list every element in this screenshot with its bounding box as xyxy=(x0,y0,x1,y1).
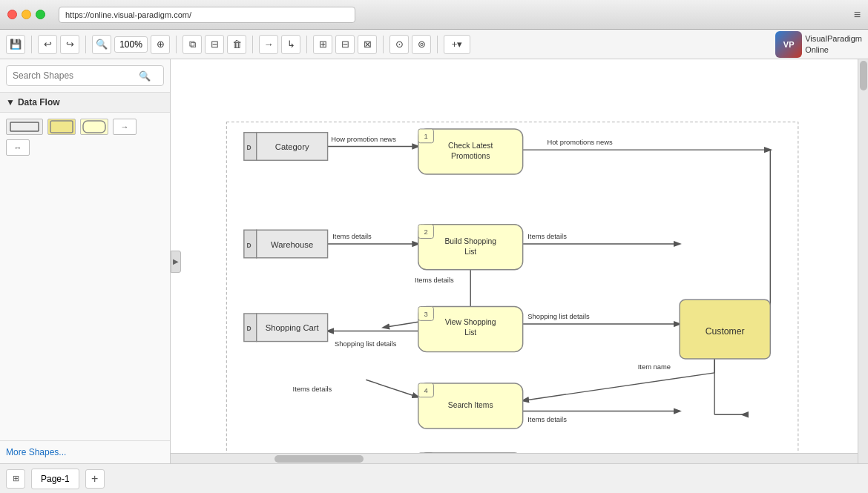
shape-external-entity[interactable] xyxy=(47,119,76,135)
edge-label-item-name: Item name xyxy=(638,363,671,371)
collapse-sidebar-handle[interactable]: ▶ xyxy=(171,251,181,273)
svg-text:2: 2 xyxy=(424,228,427,236)
bottom-bar: ⊞ Page-1 + xyxy=(0,463,868,493)
shape-arrow-right[interactable]: → xyxy=(113,119,137,135)
svg-text:View Shopping: View Shopping xyxy=(445,318,496,326)
canvas-inner: How promotion news Hot promotions news I… xyxy=(171,59,868,463)
group-button-3[interactable]: ⊠ xyxy=(358,35,377,54)
canvas-area[interactable]: How promotion news Hot promotions news I… xyxy=(171,59,868,463)
search-icon: 🔍 xyxy=(139,70,151,82)
process-1[interactable]: 1 Check Latest Promotions xyxy=(418,129,523,174)
edge-label-p4-items: Items details xyxy=(527,415,567,423)
datastore-warehouse[interactable]: D Warehouse xyxy=(244,230,328,258)
vp-logo: VP xyxy=(775,31,802,58)
datastore-shopping-cart[interactable]: D Shopping Cart xyxy=(244,314,328,342)
svg-text:4: 4 xyxy=(424,386,427,394)
copy-button[interactable]: ⧉ xyxy=(183,35,202,54)
svg-text:D: D xyxy=(247,325,251,332)
sidebar: 🔍 ▼ Data Flow → ↔ More Shapes... xyxy=(0,59,171,463)
process-3[interactable]: 3 View Shopping List xyxy=(418,307,523,352)
customer-entity[interactable]: Customer xyxy=(680,300,770,359)
scrollbar-vertical[interactable] xyxy=(858,59,868,463)
edge-label-hot: Hot promotions news xyxy=(548,138,613,146)
zoom-in-button[interactable]: ⊕ xyxy=(151,35,170,54)
arrow-connector-button[interactable]: → xyxy=(259,35,278,54)
save-button[interactable]: 💾 xyxy=(6,35,25,54)
zoom-area xyxy=(114,36,148,53)
toolbar-sep-5 xyxy=(306,36,307,53)
url-text: https://online.visual-paradigm.com/ xyxy=(65,10,191,19)
logo-area: VP VisualParadigm Online xyxy=(775,31,862,58)
svg-text:Warehouse: Warehouse xyxy=(271,240,313,249)
close-button[interactable] xyxy=(7,10,17,19)
data-flow-section[interactable]: ▼ Data Flow xyxy=(0,93,170,113)
edge-label-sc-bottom: Shopping list details xyxy=(335,340,397,348)
scrollbar-thumb-vertical[interactable] xyxy=(860,61,867,90)
edge-label-bottom-items: Items details xyxy=(293,385,332,393)
page-tab-1[interactable]: Page-1 xyxy=(31,469,79,489)
svg-text:D: D xyxy=(247,242,251,249)
url-bar[interactable]: https://online.visual-paradigm.com/ xyxy=(59,7,355,23)
titlebar: https://online.visual-paradigm.com/ ≡ xyxy=(0,0,868,30)
group-button-2[interactable]: ⊟ xyxy=(335,35,355,54)
svg-text:List: List xyxy=(464,248,476,256)
edge-label-p3-customer: Shopping list details xyxy=(527,312,590,320)
edge-label-items-details-mid: Items details xyxy=(415,276,454,284)
toolbar: 💾 ↩ ↪ 🔍 ⊕ ⧉ ⊟ 🗑 → ↳ ⊞ ⊟ ⊠ ⊙ ⊚ +▾ VP Visu… xyxy=(0,30,868,59)
svg-text:Build Shopping: Build Shopping xyxy=(444,237,496,245)
scrollbar-horizontal[interactable] xyxy=(171,453,858,463)
toolbar-sep-3 xyxy=(176,36,177,53)
edge-label-wh-p2: Items details xyxy=(332,232,372,240)
maximize-button[interactable] xyxy=(36,10,45,19)
scrollbar-thumb-horizontal[interactable] xyxy=(274,455,364,463)
add-page-button[interactable]: + xyxy=(85,469,105,489)
datastore-category[interactable]: D Category xyxy=(244,133,328,161)
search-wrap: 🔍 xyxy=(6,65,164,86)
process-4[interactable]: 4 Search Items xyxy=(418,383,523,429)
svg-rect-4 xyxy=(50,121,73,133)
cut-button[interactable]: ⊟ xyxy=(205,35,224,54)
toolbar-sep-2 xyxy=(85,36,86,53)
toolbar-sep-6 xyxy=(383,36,384,53)
svg-text:Promotions: Promotions xyxy=(451,152,490,160)
edge-label-cat-p1: How promotion news xyxy=(331,135,396,143)
search-shapes-box: 🔍 xyxy=(0,59,170,93)
svg-text:1: 1 xyxy=(424,132,427,140)
redo-button[interactable]: ↪ xyxy=(60,35,79,54)
main-layout: 🔍 ▼ Data Flow → ↔ More Shapes... xyxy=(0,59,868,463)
arrange-button-1[interactable]: ⊙ xyxy=(389,35,409,54)
undo-button[interactable]: ↩ xyxy=(38,35,57,54)
diagram-svg: How promotion news Hot promotions news I… xyxy=(171,59,868,463)
chevron-down-icon: ▼ xyxy=(6,97,15,107)
svg-rect-5 xyxy=(83,121,105,133)
traffic-lights xyxy=(7,10,45,19)
edge-label-p2-right: Items details xyxy=(527,232,567,240)
delete-button[interactable]: 🗑 xyxy=(227,35,246,54)
sidebar-toggle-button[interactable]: ⊞ xyxy=(6,469,25,489)
shape-arrow-bidirectional[interactable]: ↔ xyxy=(6,139,30,156)
sidebar-shapes: → ↔ xyxy=(0,113,170,162)
svg-text:D: D xyxy=(247,144,251,151)
arrange-button-2[interactable]: ⊚ xyxy=(412,35,431,54)
process-2[interactable]: 2 Build Shopping List xyxy=(418,225,523,270)
svg-line-19 xyxy=(366,380,418,397)
zoom-input[interactable] xyxy=(114,36,148,53)
more-shapes-link[interactable]: More Shapes... xyxy=(0,440,170,463)
minimize-button[interactable] xyxy=(22,10,31,19)
shape-process[interactable] xyxy=(80,119,108,135)
svg-text:Shopping Cart: Shopping Cart xyxy=(266,323,320,332)
svg-line-17 xyxy=(523,373,714,401)
toolbar-sep-7 xyxy=(437,36,438,53)
shape-datastore[interactable] xyxy=(6,119,43,135)
elbow-connector-button[interactable]: ↳ xyxy=(281,35,300,54)
plus-button[interactable]: +▾ xyxy=(444,35,470,54)
zoom-out-button[interactable]: 🔍 xyxy=(92,35,111,54)
group-button-1[interactable]: ⊞ xyxy=(313,35,332,54)
toolbar-sep-4 xyxy=(252,36,253,53)
svg-text:List: List xyxy=(464,328,476,337)
section-label: Data Flow xyxy=(18,97,60,107)
hamburger-icon[interactable]: ≡ xyxy=(854,8,861,21)
svg-text:Search Items: Search Items xyxy=(448,401,493,409)
logo-text: VisualParadigm Online xyxy=(805,33,862,55)
svg-text:3: 3 xyxy=(424,310,427,318)
